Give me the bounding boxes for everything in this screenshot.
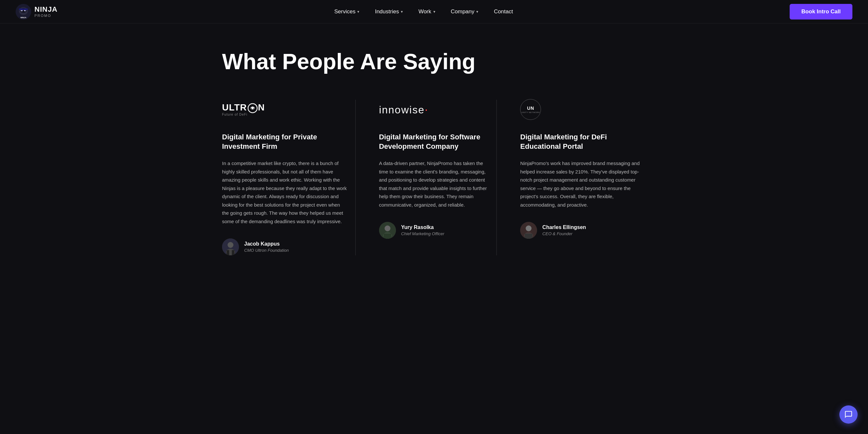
testimonial-innowise-body: A data-driven partner, NinjaPromo has ta… xyxy=(379,159,489,209)
innowise-logo: innowise· xyxy=(379,100,489,119)
author-title-yury: Chief Marketing Officer xyxy=(401,231,444,236)
author-avatar-yury xyxy=(379,222,396,239)
svg-point-17 xyxy=(384,226,391,231)
testimonial-unity: UN UNITY NETWORK Digital Marketing for D… xyxy=(504,100,646,255)
innowise-logo-text: innowise· xyxy=(379,103,429,116)
logo-icon: NINJA xyxy=(16,4,31,20)
author-avatar-charles xyxy=(520,222,537,239)
testimonial-ultron-heading: Digital Marketing for Private Investment… xyxy=(222,132,348,152)
testimonial-ultron-author: Jacob Kappus CMO Ultron Foundation xyxy=(222,238,348,255)
book-intro-call-button[interactable]: Book Intro Call xyxy=(789,4,852,20)
svg-rect-15 xyxy=(229,250,232,255)
author-name-charles: Charles Ellingsen xyxy=(542,225,586,230)
unity-logo-subtitle: UNITY NETWORK xyxy=(522,111,540,113)
services-chevron-icon: ▾ xyxy=(357,9,359,14)
unity-logo: UN UNITY NETWORK xyxy=(520,100,646,119)
navigation: NINJA NINJA PROMO Services ▾ Industries … xyxy=(0,0,868,23)
author-name-jacob: Jacob Kappus xyxy=(244,241,289,247)
author-title-charles: CEO & Founder xyxy=(542,231,586,236)
svg-point-12 xyxy=(227,242,234,248)
nav-links: Services ▾ Industries ▾ Work ▾ Company ▾… xyxy=(58,5,789,18)
main-content: What People Are Saying ULTR N Future of … xyxy=(207,23,661,288)
nav-company[interactable]: Company ▾ xyxy=(444,5,485,18)
testimonial-innowise-heading: Digital Marketing for Software Developme… xyxy=(379,132,489,152)
work-chevron-icon: ▾ xyxy=(433,9,435,14)
nav-industries[interactable]: Industries ▾ xyxy=(368,5,409,18)
svg-rect-23 xyxy=(525,234,532,239)
author-title-jacob: CMO Ultron Foundation xyxy=(244,248,289,253)
author-avatar-jacob xyxy=(222,238,239,255)
unity-logo-circle: UN UNITY NETWORK xyxy=(520,99,541,120)
chat-widget-button[interactable] xyxy=(839,405,858,424)
industries-chevron-icon: ▾ xyxy=(401,9,403,14)
testimonial-unity-body: NinjaPromo's work has improved brand mes… xyxy=(520,159,646,209)
chat-icon xyxy=(844,410,853,419)
testimonial-unity-author: Charles Ellingsen CEO & Founder xyxy=(520,222,646,239)
ultron-logo-text: ULTR N xyxy=(222,102,265,113)
author-name-yury: Yury Rasolka xyxy=(401,225,444,230)
ultron-logo: ULTR N Future of DeFi xyxy=(222,100,348,119)
svg-rect-7 xyxy=(19,8,28,10)
svg-point-21 xyxy=(526,226,531,231)
logo-link[interactable]: NINJA NINJA PROMO xyxy=(16,4,58,20)
testimonial-unity-heading: Digital Marketing for DeFi Educational P… xyxy=(520,132,646,152)
nav-work[interactable]: Work ▾ xyxy=(412,5,441,18)
section-title: What People Are Saying xyxy=(222,49,646,74)
nav-services[interactable]: Services ▾ xyxy=(328,5,366,18)
svg-point-10 xyxy=(252,107,254,109)
testimonial-innowise: innowise· Digital Marketing for Software… xyxy=(364,100,505,255)
company-chevron-icon: ▾ xyxy=(476,9,478,14)
testimonial-ultron-body: In a competitive market like crypto, the… xyxy=(222,159,348,226)
nav-contact[interactable]: Contact xyxy=(487,5,520,18)
svg-rect-19 xyxy=(383,234,392,239)
testimonials-grid: ULTR N Future of DeFi Digital Marketing … xyxy=(222,100,646,255)
unity-logo-initials: UN xyxy=(527,106,534,111)
testimonial-ultron: ULTR N Future of DeFi Digital Marketing … xyxy=(222,100,364,255)
testimonial-innowise-author: Yury Rasolka Chief Marketing Officer xyxy=(379,222,489,239)
svg-text:NINJA: NINJA xyxy=(21,16,27,19)
